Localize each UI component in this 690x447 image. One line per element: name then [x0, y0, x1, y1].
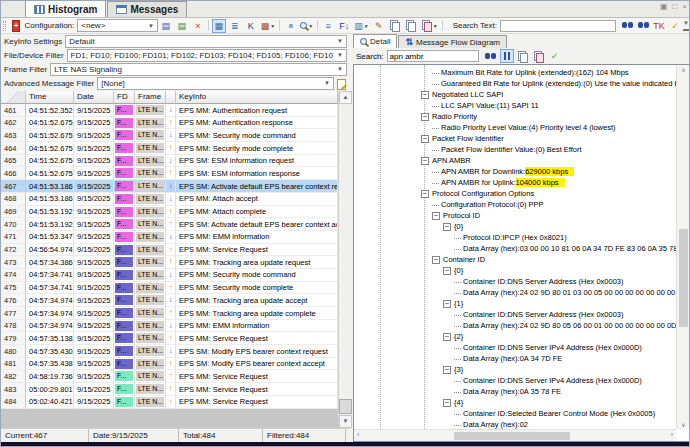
- column-header-keyinfo[interactable]: KeyInfo: [176, 91, 338, 104]
- tab-detail[interactable]: Detail: [353, 34, 397, 48]
- sort-button[interactable]: F↓: [337, 19, 351, 33]
- table-row[interactable]: 46204:51:52.6759/15/2025F...LTE N...↑EPS…: [1, 117, 338, 130]
- table-row[interactable]: 46604:51:52.6759/15/2025F...LTE N...↑EPS…: [1, 167, 338, 180]
- collapse-node-icon[interactable]: −: [443, 366, 451, 374]
- tree-item[interactable]: Data Array (hex):24 02 9D 80 01 03 00 05…: [354, 287, 676, 298]
- toolbar-grip[interactable]: [3, 21, 6, 31]
- keyinfo-button[interactable]: K: [244, 19, 258, 33]
- edit-filter-icon[interactable]: [336, 78, 347, 89]
- collapse-node-icon[interactable]: −: [443, 333, 451, 341]
- table-row[interactable]: 47804:57:34.9749/15/2025F...LTE N...↓EPS…: [1, 320, 338, 333]
- filter-combo[interactable]: Default▼: [65, 35, 347, 48]
- collapse-node-icon[interactable]: −: [432, 212, 440, 220]
- format-button[interactable]: ✎: [372, 19, 386, 33]
- table-row[interactable]: 46304:51:52.6759/15/2025F...LTE N...↓EPS…: [1, 129, 338, 142]
- copy-button[interactable]: [516, 49, 530, 63]
- tree-vertical-scrollbar[interactable]: ∧ ∨: [676, 65, 689, 429]
- table-scroll-thumb[interactable]: [339, 399, 352, 414]
- table-row[interactable]: 48204:58:19.7369/15/2025F...LTE N...↑EPS…: [1, 370, 338, 383]
- restore-icon[interactable]: ▣: [660, 2, 668, 12]
- table-row[interactable]: 47904:57:35.1389/15/2025F...LTE N...↑EPS…: [1, 332, 338, 345]
- column-header-blank[interactable]: [166, 91, 176, 104]
- table-row[interactable]: 48405:02:40.4219/15/2025F...LTE N...↑EPS…: [1, 396, 338, 409]
- maximize-icon[interactable]: □: [672, 2, 677, 12]
- table-row[interactable]: 47304:57:34.3869/15/2025F...LTE N...↑EPS…: [1, 256, 338, 269]
- tree-item[interactable]: LLC SAPI Value:(11) SAPI 11: [354, 100, 676, 111]
- table-row[interactable]: 48004:57:35.4309/15/2025F...LTE N...↓EPS…: [1, 345, 338, 358]
- tree-item[interactable]: −Protocol Configuration Options: [354, 188, 676, 199]
- toolbar-overflow-icon[interactable]: ▼▬: [683, 20, 689, 32]
- find-button[interactable]: [484, 49, 498, 63]
- table-row[interactable]: 48104:57:35.4389/15/2025F...LTE N...↑EPS…: [1, 358, 338, 371]
- columns-button[interactable]: ▥▼: [353, 19, 369, 33]
- row-list-button[interactable]: ≡: [321, 19, 335, 33]
- column-header-time[interactable]: Time: [26, 91, 74, 104]
- table-view-button[interactable]: ▦: [212, 19, 226, 33]
- tab-histogram[interactable]: Histogram: [25, 0, 106, 17]
- table-row[interactable]: 47104:51:53.3479/15/2025F...LTE N...↓EPS…: [1, 231, 338, 244]
- find-first-button[interactable]: [620, 19, 634, 33]
- copy-color-button[interactable]: ▼: [420, 19, 439, 33]
- table-row[interactable]: 47404:57:34.7419/15/2025F...LTE N...↓EPS…: [1, 269, 338, 282]
- filter-combo[interactable]: FD1; FD10; FD100; FD101; FD102; FD103; F…: [67, 49, 347, 62]
- scroll-down-icon[interactable]: ∨: [677, 421, 690, 428]
- collapse-node-icon[interactable]: −: [421, 157, 429, 165]
- tree-item[interactable]: −{2}: [354, 331, 676, 342]
- scroll-down-icon[interactable]: ▼: [339, 415, 352, 428]
- detail-search-input[interactable]: [387, 50, 479, 62]
- table-row[interactable]: 47204:56:54.9749/15/2025F...LTE N...↑EPS…: [1, 244, 338, 257]
- tree-item[interactable]: Configuration Protocol:(0) PPP: [354, 199, 676, 210]
- tree-item[interactable]: −APN AMBR: [354, 155, 676, 166]
- tree-hscroll-thumb[interactable]: [454, 432, 570, 440]
- collapse-all-button[interactable]: «: [283, 19, 297, 33]
- tree-item[interactable]: Data Array (hex):02: [354, 419, 676, 429]
- tree-item[interactable]: −Radio Priority: [354, 111, 676, 122]
- tree-item[interactable]: Data Array (hex):24 02 9D 80 05 06 00 01…: [354, 320, 676, 331]
- tab-messages[interactable]: Messages: [107, 1, 187, 17]
- find-next-button[interactable]: [636, 19, 650, 33]
- collapse-node-icon[interactable]: −: [443, 223, 451, 231]
- search-text-input[interactable]: [500, 20, 616, 32]
- tree-item[interactable]: −{0}: [354, 221, 676, 232]
- save-button[interactable]: ▤: [159, 19, 173, 33]
- tree-item[interactable]: Radio Priority Level Value:(4) Priority …: [354, 122, 676, 133]
- collapse-node-icon[interactable]: −: [443, 267, 451, 275]
- copy-plain-button[interactable]: [404, 19, 418, 33]
- table-row[interactable]: 46804:51:53.1869/15/2025F...LTE N...↓EPS…: [1, 193, 338, 206]
- tree-item[interactable]: −Container ID: [354, 254, 676, 265]
- import-button[interactable]: ▤: [175, 19, 189, 33]
- tree-horizontal-scrollbar[interactable]: ‹ ›: [354, 429, 676, 441]
- column-header-fd[interactable]: FD: [114, 91, 135, 104]
- tree-view-button[interactable]: ≣: [228, 19, 242, 33]
- configuration-combo[interactable]: <new> ▼: [77, 19, 158, 32]
- column-header-blank[interactable]: [1, 91, 26, 104]
- filter-keyinfo-button[interactable]: TK: [652, 19, 666, 33]
- scroll-right-icon[interactable]: ›: [671, 431, 673, 438]
- tree-item[interactable]: APN AMBR for Uplink:104000 kbps: [354, 177, 676, 188]
- tree-item[interactable]: Packet Flow Identifier Value:(0) Best Ef…: [354, 144, 676, 155]
- copy-color-button[interactable]: [532, 49, 546, 63]
- tree-item[interactable]: Container ID:DNS Server IPv4 Address (He…: [354, 342, 676, 353]
- table-row[interactable]: 46504:51:52.6759/15/2025F...LTE N...↓EPS…: [1, 155, 338, 168]
- validate-button[interactable]: ✓: [548, 49, 562, 63]
- table-row[interactable]: 47704:57:34.9749/15/2025F...LTE N...↑EPS…: [1, 307, 338, 320]
- tree-item[interactable]: Data Array (hex):0A 35 78 FE: [354, 386, 676, 397]
- tree-item[interactable]: −Negotiated LLC SAPI: [354, 89, 676, 100]
- tree-item[interactable]: −Packet Flow Identifier: [354, 133, 676, 144]
- delete-button[interactable]: ×: [191, 19, 205, 33]
- legend-button[interactable]: ▩▼: [260, 19, 276, 33]
- table-vertical-scrollbar[interactable]: ▲ ▼: [338, 91, 352, 428]
- collapse-node-icon[interactable]: −: [432, 256, 440, 264]
- tree-item[interactable]: −{1}: [354, 298, 676, 309]
- find-filter-button[interactable]: ▼: [299, 19, 314, 33]
- collapse-node-icon[interactable]: −: [421, 190, 429, 198]
- tree-item[interactable]: Data Array (hex):03 00 00 10 81 06 0A 34…: [354, 243, 676, 254]
- highlight-all-button[interactable]: [500, 49, 514, 63]
- tree-item[interactable]: Guaranteed Bit Rate for Uplink (extended…: [354, 78, 676, 89]
- tree-item[interactable]: Maximum Bit Rate for Uplink (extended):(…: [354, 67, 676, 78]
- add-configuration-button[interactable]: +: [12, 20, 21, 32]
- column-header-frame[interactable]: Frame: [135, 91, 166, 104]
- collapse-node-icon[interactable]: −: [421, 135, 429, 143]
- tree-item[interactable]: Container ID:DNS Server Address (Hex 0x0…: [354, 276, 676, 287]
- tree-item[interactable]: −{3}: [354, 364, 676, 375]
